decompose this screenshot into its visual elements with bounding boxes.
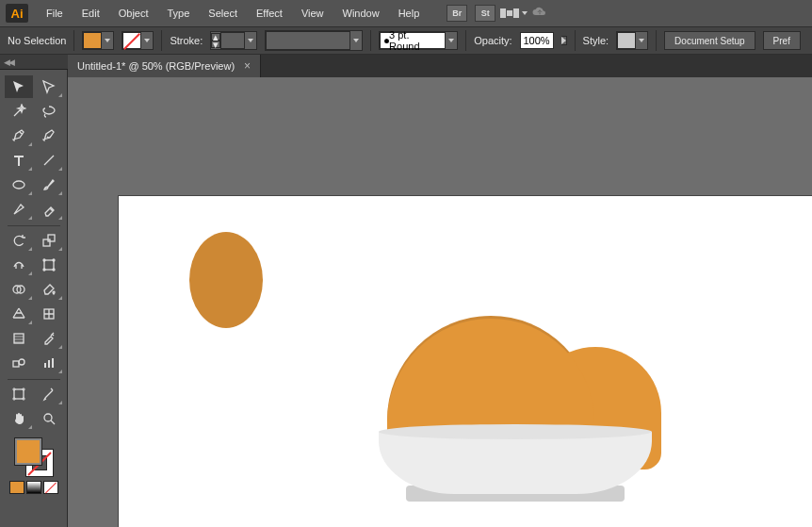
close-icon[interactable]: × [244, 59, 251, 73]
menu-file[interactable]: File [38, 4, 72, 23]
fill-swatch-dropdown[interactable] [82, 31, 114, 50]
ellipse-tool[interactable] [5, 173, 33, 196]
menu-select[interactable]: Select [200, 4, 246, 23]
arrange-icon [500, 8, 519, 18]
stepper-icon: ▴▾ [211, 33, 220, 48]
color-mode-solid[interactable] [9, 481, 24, 494]
direct-selection-tool[interactable] [35, 75, 63, 98]
color-mode-none[interactable] [43, 481, 58, 494]
type-tool[interactable] [5, 149, 33, 172]
canvas-viewport[interactable] [68, 77, 812, 527]
chevron-down-icon [144, 39, 150, 42]
sync-icon[interactable] [531, 6, 548, 21]
bridge-button[interactable]: Br [447, 5, 467, 22]
curvature-tool[interactable] [35, 124, 63, 147]
blend-tool[interactable] [5, 352, 33, 374]
zoom-tool[interactable] [35, 407, 63, 430]
menu-type[interactable]: Type [159, 4, 199, 23]
mesh-tool[interactable] [35, 303, 63, 325]
svg-rect-17 [14, 389, 24, 399]
hand-tool[interactable] [5, 407, 33, 430]
brush-definition-dropdown[interactable]: 3 pt. Round [379, 31, 458, 50]
svg-rect-11 [14, 334, 24, 343]
style-label: Style: [583, 35, 609, 46]
preferences-button[interactable]: Pref [763, 31, 801, 50]
main-menubar: Ai File Edit Object Type Select Effect V… [0, 0, 812, 26]
chevron-right-icon [561, 37, 566, 44]
svg-point-5 [53, 259, 55, 261]
style-swatch-dropdown[interactable] [616, 31, 648, 50]
arrange-documents-button[interactable] [503, 5, 524, 22]
perspective-grid-tool[interactable] [5, 303, 33, 325]
stroke-swatch-none [122, 32, 141, 49]
opacity-dropdown[interactable] [561, 36, 567, 45]
paintbrush-tool[interactable] [35, 173, 63, 196]
opacity-input[interactable]: 100% [520, 32, 554, 49]
svg-rect-1 [43, 239, 50, 246]
pen-tool[interactable] [5, 124, 33, 147]
eyedropper-tool[interactable] [35, 327, 63, 350]
fill-stroke-control[interactable] [14, 437, 54, 477]
artboard-tool[interactable] [5, 383, 33, 405]
document-tab-title: Untitled-1* @ 50% (RGB/Preview) [77, 60, 235, 72]
eraser-tool[interactable] [35, 198, 63, 221]
stock-button[interactable]: St [475, 5, 495, 22]
shape-builder-tool[interactable] [5, 278, 33, 301]
width-tool[interactable] [5, 254, 33, 276]
artwork-egg[interactable] [189, 232, 263, 328]
chevron-down-icon [522, 11, 528, 15]
selection-tool[interactable] [5, 75, 33, 98]
svg-rect-14 [44, 363, 46, 368]
toolbox [0, 70, 68, 527]
column-graph-tool[interactable] [35, 352, 63, 374]
document-tab[interactable]: Untitled-1* @ 50% (RGB/Preview) × [68, 55, 261, 77]
menu-effect[interactable]: Effect [248, 4, 291, 23]
double-chevron-left-icon: ◀◀ [4, 58, 13, 67]
svg-rect-2 [48, 235, 55, 241]
fill-color-box[interactable] [14, 437, 42, 466]
var-width-profile-dropdown[interactable] [265, 30, 363, 51]
brush-label: 3 pt. Round [389, 29, 441, 52]
svg-point-4 [43, 259, 45, 261]
menu-help[interactable]: Help [390, 4, 429, 23]
shaper-tool[interactable] [5, 198, 33, 221]
svg-rect-3 [44, 260, 54, 270]
color-mode-gradient[interactable] [26, 481, 41, 494]
panel-collapse-strip[interactable]: ◀◀ [0, 55, 68, 70]
magic-wand-tool[interactable] [5, 100, 33, 123]
rotate-tool[interactable] [5, 229, 33, 252]
live-paint-tool[interactable] [35, 278, 63, 301]
app-logo: Ai [6, 4, 28, 23]
chevron-down-icon [639, 39, 644, 42]
control-bar: No Selection Stroke: ▴▾ 3 pt. Round Opac… [0, 26, 812, 55]
artboard[interactable] [118, 195, 812, 527]
document-setup-button[interactable]: Document Setup [664, 31, 755, 50]
svg-point-6 [43, 269, 45, 271]
color-mode-row [9, 481, 58, 494]
style-swatch [617, 32, 636, 49]
svg-point-13 [19, 359, 24, 365]
artwork-bowl[interactable] [379, 432, 652, 494]
slice-tool[interactable] [35, 383, 63, 405]
chevron-down-icon [448, 39, 454, 42]
svg-point-18 [44, 414, 52, 421]
menu-window[interactable]: Window [334, 4, 388, 23]
chevron-down-icon [105, 39, 110, 42]
opacity-label: Opacity: [474, 35, 512, 46]
stroke-label: Stroke: [170, 35, 203, 46]
menu-edit[interactable]: Edit [73, 4, 108, 23]
free-transform-tool[interactable] [35, 254, 63, 276]
stroke-weight-field[interactable]: ▴▾ [210, 31, 257, 50]
fill-swatch [83, 32, 102, 49]
lasso-tool[interactable] [35, 100, 63, 123]
svg-point-0 [13, 181, 24, 189]
gradient-tool[interactable] [5, 327, 33, 350]
menu-view[interactable]: View [293, 4, 333, 23]
stroke-swatch-dropdown[interactable] [122, 31, 154, 50]
line-segment-tool[interactable] [35, 149, 63, 172]
menu-object[interactable]: Object [110, 4, 157, 23]
svg-rect-12 [13, 361, 19, 367]
chevron-down-icon [353, 39, 359, 42]
scale-tool[interactable] [35, 229, 63, 252]
svg-rect-15 [48, 360, 50, 368]
